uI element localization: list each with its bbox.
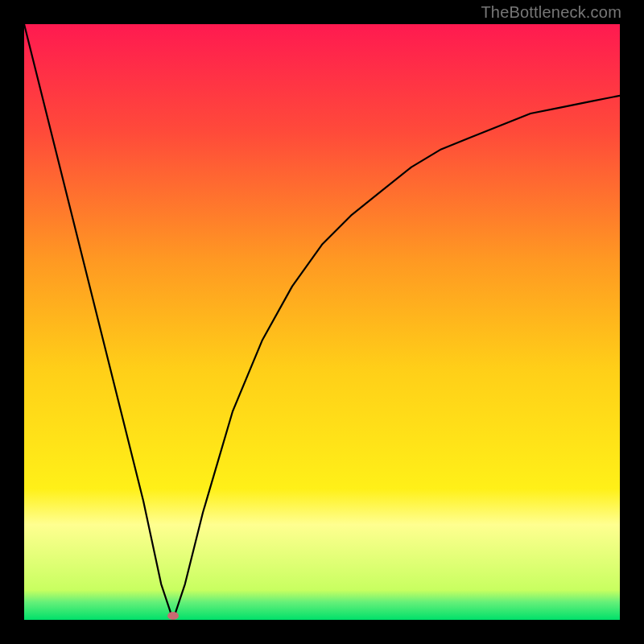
curve-layer <box>24 24 620 620</box>
plot-area <box>24 24 620 620</box>
watermark-text: TheBottleneck.com <box>481 3 621 22</box>
bottleneck-curve <box>24 24 620 620</box>
chart-frame: TheBottleneck.com <box>0 0 644 644</box>
min-marker <box>167 612 179 620</box>
